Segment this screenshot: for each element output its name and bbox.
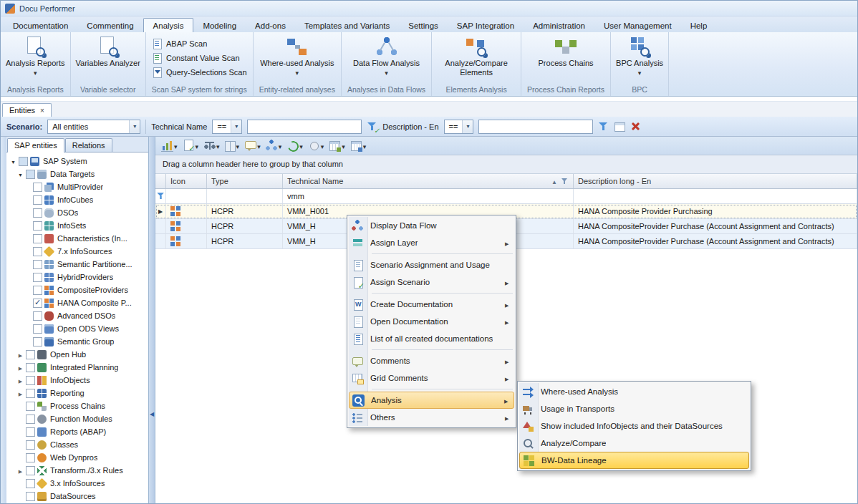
analysis-reports-button[interactable]: Analysis Reports — [3, 34, 68, 77]
tab-relations[interactable]: Relations — [65, 138, 112, 152]
analyze-compare-elements-button[interactable]: Analyze/Compare Elements — [434, 34, 519, 77]
tree-item[interactable]: InfoCubes — [22, 193, 148, 206]
tree-item[interactable]: Open Hub — [15, 348, 148, 361]
tree-item[interactable]: Semantic Group — [22, 335, 148, 348]
column-header-icon[interactable]: Icon — [166, 174, 207, 188]
filter-cell-description[interactable] — [574, 189, 857, 203]
toolbar-button[interactable] — [183, 140, 199, 152]
filter-cell-type[interactable] — [207, 189, 283, 203]
column-filter-icon[interactable] — [561, 178, 569, 185]
context-menu-item[interactable]: Comments — [349, 352, 514, 369]
tree-checkbox[interactable] — [26, 466, 35, 475]
where-used-analysis-button[interactable]: Where-used Analysis — [257, 34, 337, 77]
context-menu-item[interactable]: Open Documentation — [349, 313, 514, 330]
filter-grid-icon[interactable] — [614, 121, 625, 132]
tree-checkbox[interactable] — [26, 427, 35, 437]
context-menu-item[interactable]: Analysis — [349, 392, 514, 409]
submenu-item[interactable]: Where-used Analysis — [519, 383, 749, 400]
query-selections-scan-button[interactable]: Query-Selections Scan — [148, 65, 251, 79]
menu-tab[interactable]: Templates and Variants — [295, 19, 399, 32]
tree-item[interactable]: Integrated Planning — [15, 361, 148, 374]
tree-checkbox[interactable] — [33, 286, 42, 295]
tree-checkbox[interactable] — [26, 363, 35, 372]
tree-checkbox[interactable] — [26, 376, 35, 385]
expand-collapse-icon[interactable] — [16, 350, 24, 359]
tree-checkbox[interactable] — [33, 260, 42, 269]
tree-checkbox[interactable] — [33, 337, 42, 346]
filter-cell-technical-name[interactable]: vmm — [283, 189, 574, 203]
menu-tab[interactable]: Documentation — [4, 19, 77, 32]
dropdown-arrow-icon[interactable] — [363, 142, 367, 150]
dropdown-arrow-icon[interactable] — [321, 142, 324, 150]
dropdown-arrow-icon[interactable] — [279, 142, 282, 150]
submenu-item[interactable]: BW-Data Lineage — [519, 452, 749, 469]
data-flow-analysis-button[interactable]: Data Flow Analysis — [350, 34, 423, 77]
context-menu-item[interactable]: Others — [349, 409, 514, 426]
menu-tab[interactable]: Analysis — [143, 18, 194, 32]
tree-item[interactable]: Reports (ABAP) — [15, 425, 148, 438]
column-header-type[interactable]: Type — [207, 174, 283, 188]
tree-item[interactable]: DataSources — [15, 490, 148, 503]
toolbar-button[interactable] — [161, 140, 178, 152]
tree-checkbox[interactable] — [33, 195, 42, 205]
clear-filter-icon[interactable] — [630, 121, 641, 132]
context-menu-item[interactable]: List of all created documentations — [349, 330, 514, 347]
context-menu-item[interactable]: Display Data Flow — [349, 217, 514, 234]
tree-checkbox[interactable] — [33, 273, 42, 282]
dropdown-arrow-icon[interactable] — [174, 142, 178, 150]
technical-name-filter-input[interactable] — [247, 120, 362, 134]
expand-collapse-icon[interactable] — [16, 170, 24, 178]
tab-sap-entities[interactable]: SAP entities — [7, 138, 64, 152]
tree-item[interactable]: 3.x InfoSources — [15, 477, 148, 490]
context-menu-item[interactable]: Assign Layer — [349, 234, 514, 251]
expand-collapse-icon[interactable] — [16, 389, 24, 397]
tree-checkbox[interactable] — [26, 453, 35, 462]
tree-checkbox[interactable] — [33, 247, 42, 256]
toolbar-button[interactable] — [308, 140, 324, 152]
bpc-analysis-button[interactable]: BPC Analysis — [613, 34, 666, 77]
description-filter-input[interactable] — [478, 120, 593, 134]
toolbar-button[interactable] — [225, 140, 240, 152]
dropdown-arrow-icon[interactable] — [196, 142, 199, 150]
toolbar-button[interactable] — [266, 140, 282, 152]
tree-item[interactable]: Classes — [15, 438, 148, 451]
tree-checkbox[interactable] — [26, 415, 35, 424]
tree-item[interactable]: Reporting — [15, 387, 148, 399]
collapse-panel-icon[interactable] — [150, 411, 154, 417]
menu-tab[interactable]: Modeling — [193, 19, 246, 32]
technical-name-filter-icon[interactable] — [367, 121, 377, 132]
tree-item[interactable]: CompositeProviders — [22, 284, 148, 296]
tree-checkbox[interactable] — [19, 157, 28, 166]
column-header-technical-name[interactable]: Technical Name — [283, 174, 574, 188]
tree-item[interactable]: HANA Composite P... — [22, 296, 148, 309]
tree-checkbox[interactable] — [33, 234, 42, 243]
context-menu-item[interactable]: Create Documentation — [349, 296, 514, 313]
tree-item[interactable]: MultiProvider — [22, 180, 148, 193]
tree-checkbox[interactable] — [26, 350, 35, 359]
abap-scan-button[interactable]: ABAP Scan — [148, 37, 251, 51]
chevron-down-icon[interactable] — [129, 120, 140, 133]
tree-item[interactable]: 7.x InfoSources — [22, 245, 148, 258]
tree-item[interactable]: Process Chains — [15, 399, 148, 412]
tree-item[interactable]: DSOs — [22, 206, 148, 219]
tree-item[interactable]: Characteristics (In... — [22, 232, 148, 245]
tree-checkbox[interactable] — [26, 402, 35, 411]
tree-checkbox[interactable] — [33, 311, 42, 321]
tree-item[interactable]: Web Dynpros — [15, 451, 148, 464]
tree-checkbox[interactable] — [33, 208, 42, 218]
close-tab-icon[interactable]: × — [40, 107, 44, 115]
context-menu-item[interactable]: Scenario Assignment and Usage — [349, 256, 514, 273]
context-menu-item[interactable] — [349, 291, 514, 296]
context-menu-item[interactable]: Assign Scenario — [349, 273, 514, 291]
context-menu-item[interactable] — [349, 347, 514, 352]
menu-tab[interactable]: Add-ons — [246, 19, 295, 32]
description-operator-dropdown[interactable]: == — [444, 120, 474, 134]
tree-item[interactable]: Open ODS Views — [22, 322, 148, 335]
expand-collapse-icon[interactable] — [16, 466, 24, 475]
menu-tab[interactable]: User Management — [594, 19, 681, 32]
tree-checkbox[interactable] — [26, 440, 35, 450]
menu-tab[interactable]: Settings — [399, 19, 448, 32]
toolbar-button[interactable] — [350, 140, 367, 152]
column-header-description[interactable]: Description long - En — [574, 174, 857, 188]
expand-collapse-icon[interactable] — [16, 376, 24, 384]
